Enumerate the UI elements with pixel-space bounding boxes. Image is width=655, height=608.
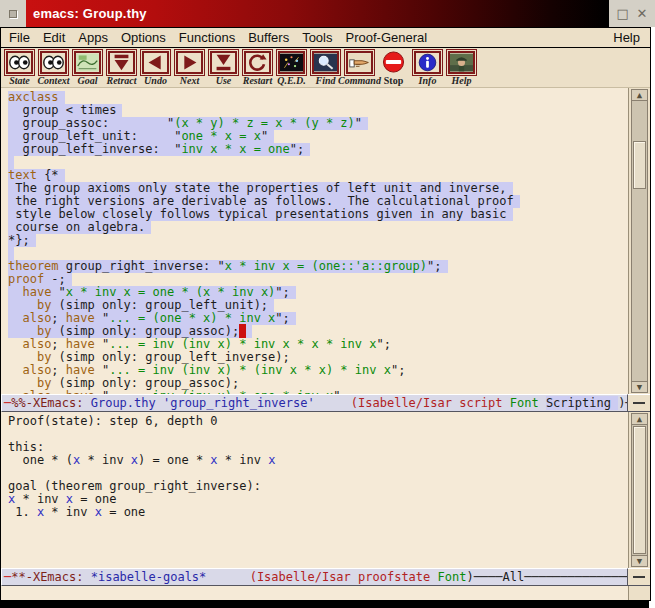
- code-segment: * inv: [80, 453, 131, 467]
- scrollbar-down-arrow[interactable]: ▼: [631, 555, 648, 567]
- window-menu-button[interactable]: [0, 0, 26, 27]
- code-segment: ) = one *: [138, 453, 210, 467]
- script-modeline: ─%%-XEmacs: Group.thy 'group_right_inver…: [1, 394, 628, 412]
- code-segment: The group axioms only state the properti…: [8, 181, 507, 195]
- toolbar-retract-button[interactable]: Retract: [105, 49, 138, 87]
- code-segment: proof: [8, 272, 44, 286]
- scrollbar-up-arrow[interactable]: ▲: [631, 89, 648, 101]
- menu-item-help[interactable]: Help: [613, 30, 640, 45]
- toolbar-stop-button[interactable]: Stop: [377, 49, 410, 87]
- goals-buffer[interactable]: Proof(state): step 6, depth 0this: one *…: [1, 412, 628, 568]
- toolbar-help-button[interactable]: Help: [445, 49, 478, 87]
- line-text: theorem group_right_inverse: "x * inv x …: [8, 260, 448, 273]
- code-segment: [8, 350, 37, 364]
- toolbar-find-button[interactable]: Find: [309, 49, 342, 87]
- minibuffer[interactable]: [1, 586, 628, 600]
- toolbar-button-label: Undo: [144, 76, 167, 86]
- help-image-icon: [448, 51, 475, 74]
- toolbar-button-label: Use: [216, 76, 232, 86]
- menu-item-edit[interactable]: Edit: [43, 30, 65, 45]
- code-segment: by: [37, 350, 51, 364]
- code-segment: goal (theorem group_right_inverse):: [8, 479, 261, 493]
- toolbar-context-button[interactable]: Context: [37, 49, 70, 87]
- toolbar-button-label: Command: [338, 76, 381, 86]
- toolbar-goal-button[interactable]: Goal: [71, 49, 104, 87]
- modeline-segment: *isabelle-goals*: [91, 570, 207, 584]
- code-segment: [8, 311, 22, 325]
- script-scrollbar[interactable]: ▲ ▼: [628, 88, 650, 394]
- code-segment: group_assoc: ": [8, 116, 174, 130]
- find-image-icon: [312, 51, 339, 74]
- code-segment: have: [66, 337, 95, 351]
- code-segment: ";: [275, 311, 289, 325]
- modeline-cap: [628, 568, 650, 586]
- scrollbar-up-arrow[interactable]: ▲: [631, 413, 648, 425]
- code-segment: group_left_unit: ": [8, 129, 181, 143]
- text-cursor: [239, 324, 246, 338]
- resize-dash-icon: [633, 576, 645, 578]
- use-icon: [210, 51, 237, 74]
- eyes-icon: [40, 51, 67, 74]
- code-segment: ": [261, 129, 268, 143]
- code-segment: Proof(state): step 6, depth 0: [8, 414, 218, 428]
- code-segment: by: [37, 298, 51, 312]
- goal-line: Proof(state): step 6, depth 0: [1, 415, 628, 428]
- toolbar-restart-button[interactable]: Restart: [241, 49, 274, 87]
- toolbar-button-label: Context: [37, 76, 69, 86]
- toolbar-button-label: Find: [315, 76, 335, 86]
- code-segment: *};: [8, 233, 30, 247]
- close-button[interactable]: ✕: [636, 7, 647, 20]
- menu-item-proof-general[interactable]: Proof-General: [346, 30, 428, 45]
- scrollbar-trough[interactable]: [631, 101, 648, 381]
- code-segment: have: [66, 363, 95, 377]
- code-segment: ": [51, 285, 65, 299]
- code-segment: (x * y) * z = x * (y * z): [174, 116, 355, 130]
- menu-item-functions[interactable]: Functions: [179, 30, 235, 45]
- toolbar-qed-button[interactable]: Q.E.D.: [275, 49, 308, 87]
- scrollbar-down-arrow[interactable]: ▼: [631, 381, 648, 393]
- modeline-segment: (Isabelle/Isar script: [351, 396, 510, 410]
- resize-corner[interactable]: [628, 586, 650, 600]
- toolbar-next-button[interactable]: Next: [173, 49, 206, 87]
- proof-general-toolbar: StateContextGoalRetractUndoNextUseRestar…: [1, 48, 650, 88]
- code-segment: by: [37, 324, 51, 338]
- toolbar-undo-button[interactable]: Undo: [139, 49, 172, 87]
- scrollbar-trough[interactable]: [631, 425, 648, 555]
- toolbar-command-button[interactable]: Command: [343, 49, 376, 87]
- menu-item-file[interactable]: File: [9, 30, 30, 45]
- eyes-icon: [6, 51, 33, 74]
- code-segment: have: [66, 311, 95, 325]
- goal-image-icon: [74, 51, 101, 74]
- code-segment: ;: [51, 363, 65, 377]
- goal-line: one * (x * inv x) = one * x * inv x: [1, 454, 628, 467]
- menu-item-apps[interactable]: Apps: [78, 30, 108, 45]
- code-segment: * inv: [44, 505, 95, 519]
- menu-item-tools[interactable]: Tools: [302, 30, 332, 45]
- line-text: one * (x * inv x) = one * x * inv x: [8, 454, 275, 467]
- code-segment: style below closely follows typical pres…: [8, 207, 507, 221]
- script-buffer[interactable]: axclass group < times group_assoc: "(x *…: [1, 88, 628, 394]
- code-segment: group_left_inverse: ": [8, 142, 181, 156]
- line-text: 1. x * inv x = one: [8, 506, 145, 519]
- line-text: Proof(state): step 6, depth 0: [8, 415, 218, 428]
- code-segment: [8, 337, 22, 351]
- goals-scrollbar[interactable]: ▲ ▼: [628, 412, 650, 568]
- code-segment: axclass: [8, 90, 59, 104]
- title-bar-gradient: emacs: Group.thy: [26, 0, 609, 27]
- undo-icon: [142, 51, 169, 74]
- toolbar-button-label: Info: [419, 76, 437, 86]
- scrollbar-thumb[interactable]: [633, 426, 646, 554]
- toolbar-info-button[interactable]: Info: [411, 49, 444, 87]
- toolbar-state-button[interactable]: State: [3, 49, 36, 87]
- maximize-button[interactable]: □: [617, 7, 629, 20]
- code-segment: x: [131, 453, 138, 467]
- script-line: [1, 156, 628, 169]
- modeline-segment: [315, 396, 351, 410]
- menu-item-buffers[interactable]: Buffers: [248, 30, 289, 45]
- code-segment: x * inv x = (one::'a::group): [225, 259, 427, 273]
- toolbar-use-button[interactable]: Use: [207, 49, 240, 87]
- menu-item-options[interactable]: Options: [121, 30, 166, 45]
- stop-icon: [380, 51, 407, 74]
- code-segment: by: [37, 376, 51, 390]
- scrollbar-thumb[interactable]: [633, 141, 646, 189]
